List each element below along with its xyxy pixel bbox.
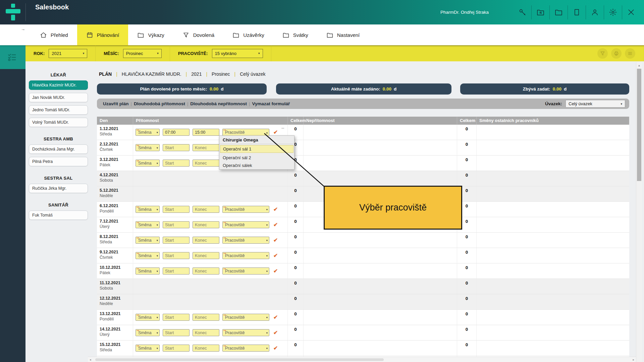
- date-value: 1.12.2021: [100, 126, 133, 131]
- end-time-input[interactable]: [193, 314, 219, 321]
- start-time-input[interactable]: [163, 267, 190, 275]
- tab-vykazy[interactable]: Výkazy: [128, 24, 173, 45]
- dlouhodoba-pritomnost-button[interactable]: Dlouhodobá přítomnost: [134, 101, 185, 106]
- print-button[interactable]: [611, 48, 622, 59]
- scroll-left-icon[interactable]: ◂: [90, 358, 91, 361]
- staff-item-volny-tomas-mudr[interactable]: Volný Tomáš MUDr.: [29, 118, 88, 127]
- dropdown-option-operacni-salek[interactable]: Operační sálek: [219, 162, 294, 169]
- confirm-check-icon[interactable]: ✔: [273, 314, 278, 320]
- end-time-input[interactable]: [193, 160, 219, 167]
- shift-select[interactable]: Směna▾: [136, 129, 160, 136]
- start-time-input[interactable]: [163, 237, 190, 244]
- horizontal-scrollbar-thumb[interactable]: [95, 358, 384, 361]
- shift-select[interactable]: Směna▾: [136, 252, 160, 259]
- confirm-check-icon[interactable]: ✔: [273, 268, 278, 274]
- shift-select[interactable]: Směna▾: [136, 206, 160, 213]
- close-icon[interactable]: [627, 8, 635, 16]
- confirm-check-icon[interactable]: ✔: [273, 237, 278, 243]
- shift-select[interactable]: Směna▾: [136, 329, 160, 336]
- workplace-select[interactable]: Pracoviště▾: [222, 267, 269, 275]
- folder-icon[interactable]: [554, 8, 563, 16]
- staff-item-dochazkova-jana-mgr[interactable]: Docházková Jana Mgr.: [29, 144, 88, 154]
- start-time-input[interactable]: [163, 345, 190, 352]
- remove-row-button[interactable]: –: [281, 125, 284, 130]
- start-time-input[interactable]: [163, 314, 190, 321]
- end-time-input[interactable]: [193, 206, 219, 213]
- workplace-select[interactable]: Pracoviště▾: [222, 206, 269, 213]
- dlouhodoba-nepritomnost-button[interactable]: Dlouhodobá nepřítomnost: [190, 101, 247, 106]
- uzavrit-plan-button[interactable]: Uzavřít plán: [103, 101, 129, 106]
- vymazat-formular-button[interactable]: Vymazat formulář: [252, 101, 290, 106]
- shift-select[interactable]: Směna▾: [136, 314, 160, 321]
- start-time-input[interactable]: [163, 329, 190, 336]
- end-time-input[interactable]: [193, 221, 219, 228]
- start-time-input[interactable]: [163, 252, 190, 259]
- tab-planovani[interactable]: Plánování: [77, 24, 128, 45]
- documents-folder-icon[interactable]: N: [536, 8, 545, 16]
- staff-item-rucicka-jirka-mgr[interactable]: Ručička Jirka Mgr.: [29, 184, 88, 193]
- shift-select[interactable]: Směna▾: [136, 144, 160, 151]
- confirm-check-icon[interactable]: ✔: [273, 206, 278, 213]
- tab-dovolena[interactable]: Dovolená: [173, 24, 223, 45]
- shift-select[interactable]: Směna▾: [136, 221, 160, 228]
- workplace-select[interactable]: Pracoviště▾: [222, 329, 269, 336]
- workplace-select[interactable]: Pracoviště▾: [222, 237, 269, 244]
- pracoviste-select[interactable]: 15 vybráno ▾: [212, 49, 263, 58]
- staff-item-hlavicka-kazimir-mudr[interactable]: Hlavička Kazimír MUDr.: [29, 80, 88, 90]
- settings-icon[interactable]: [609, 8, 617, 16]
- staff-item-pilna-petra[interactable]: Pilná Petra: [29, 157, 88, 166]
- shift-select[interactable]: Směna▾: [136, 267, 160, 275]
- users-icon[interactable]: [591, 8, 599, 16]
- workplace-select[interactable]: Pracoviště▾: [222, 221, 269, 228]
- scroll-up-icon[interactable]: ▲: [636, 62, 642, 67]
- menu-button[interactable]: [625, 48, 635, 59]
- end-time-input[interactable]: [193, 329, 219, 336]
- scroll-right-icon[interactable]: ▸: [633, 358, 634, 361]
- shift-select[interactable]: Směna▾: [136, 160, 160, 167]
- forward-arrow-icon[interactable]: →: [21, 26, 25, 32]
- rok-select[interactable]: 2021 ▾: [49, 49, 87, 58]
- key-icon[interactable]: [518, 8, 527, 16]
- sidebar-checklist-icon[interactable]: [0, 45, 25, 69]
- confirm-check-icon[interactable]: ✔: [273, 345, 278, 351]
- window-icon[interactable]: [573, 8, 581, 16]
- dropdown-option-operacni-sal-2[interactable]: Operační sál 2: [219, 154, 294, 162]
- shift-select[interactable]: Směna▾: [136, 345, 160, 352]
- workplace-select[interactable]: Pracoviště▾: [222, 252, 269, 259]
- end-time-input[interactable]: [193, 345, 219, 352]
- workplace-select[interactable]: Pracoviště▴: [222, 129, 269, 136]
- start-time-input[interactable]: [163, 129, 190, 136]
- other-shifts-cell: [477, 140, 629, 155]
- end-time-input[interactable]: [193, 129, 219, 136]
- start-time-input[interactable]: [163, 221, 190, 228]
- workplace-select[interactable]: Pracoviště▾: [222, 345, 269, 352]
- uvazek-select[interactable]: Celý úvazek ▾: [566, 100, 625, 108]
- dropdown-option-operacni-sal-1[interactable]: Operační sál 1: [220, 145, 293, 153]
- tab-svatky[interactable]: Svátky: [273, 24, 317, 45]
- end-time-input[interactable]: [193, 144, 219, 151]
- confirm-check-icon[interactable]: ✔: [273, 252, 278, 259]
- vertical-scrollbar-thumb[interactable]: [637, 69, 641, 181]
- start-time-input[interactable]: [163, 206, 190, 213]
- shift-select[interactable]: Směna▾: [136, 237, 160, 244]
- confirm-check-icon[interactable]: ✔: [273, 329, 278, 336]
- staff-item-jedno-tomas-mudr[interactable]: Jedno Tomáš MUDr.: [29, 105, 88, 115]
- confirm-check-icon[interactable]: ✔: [273, 222, 278, 228]
- start-time-input[interactable]: [163, 144, 190, 151]
- staff-item-fuk-tomas[interactable]: Fuk Tomáš: [29, 210, 88, 220]
- tab-prehled[interactable]: Přehled: [31, 24, 77, 45]
- filter-button[interactable]: [597, 48, 608, 59]
- end-time-input[interactable]: [193, 267, 219, 275]
- tab-uzaverky[interactable]: Uzávěrky: [223, 24, 273, 45]
- horizontal-scrollbar[interactable]: ◂ ▸: [88, 357, 636, 362]
- end-time-input[interactable]: [193, 252, 219, 259]
- date-value: 14.12.2021: [100, 327, 133, 331]
- start-time-input[interactable]: [163, 160, 190, 167]
- vertical-scrollbar[interactable]: ▲: [636, 62, 642, 362]
- end-time-input[interactable]: [193, 237, 219, 244]
- confirm-check-icon[interactable]: ✔: [273, 129, 278, 135]
- tab-nastaveni[interactable]: Nastavení: [317, 24, 369, 45]
- mesic-select[interactable]: Prosinec ▾: [123, 49, 162, 58]
- workplace-select[interactable]: Pracoviště▾: [222, 314, 269, 321]
- staff-item-jan-novak-mudr[interactable]: Jan Novák MUDr.: [29, 93, 88, 102]
